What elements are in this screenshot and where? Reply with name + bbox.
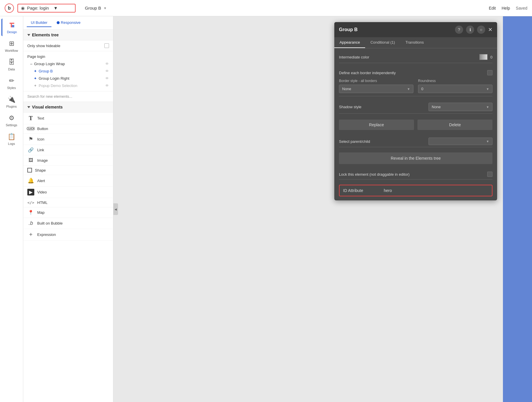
props-header: Group B ? ℹ ○ ✕	[334, 22, 497, 37]
color-swatch[interactable]	[479, 54, 488, 60]
replace-button[interactable]: Replace	[339, 120, 414, 130]
eye-icon-login-right: 👁	[105, 76, 109, 81]
element-item-image[interactable]: 🖼 Image	[23, 155, 113, 166]
elements-list: T Text CLICK Button ⚑ Icon 🔗 Link 🖼 Imag…	[23, 113, 113, 402]
element-item-icon-label: Icon	[37, 137, 44, 141]
left-panel: UI Builder Responsive Elements tree Only…	[23, 16, 113, 402]
shadow-style-select[interactable]: None ▼	[429, 103, 492, 111]
settings-icon: ⚙	[7, 114, 16, 122]
tree-item-popup-demo[interactable]: ✦ Popup Demo Selection 👁	[23, 82, 113, 89]
info-icon[interactable]: ℹ	[466, 26, 474, 34]
tab-conditional[interactable]: Conditional (1)	[365, 37, 400, 48]
expression-element-icon: +	[27, 231, 34, 238]
element-item-video[interactable]: ▶ Video	[23, 186, 113, 198]
intermediate-color-label: Intermediate color	[339, 55, 476, 59]
sidebar-item-design-label: Design	[7, 30, 17, 34]
page-selector[interactable]: ◉ Page: login ▼	[17, 4, 76, 13]
parent-child-label: Select parent/child	[339, 139, 429, 144]
sidebar-toggle[interactable]	[113, 203, 118, 215]
roundness-select[interactable]: 0 ▼	[418, 85, 492, 93]
sidebar-item-workflow-label: Workflow	[5, 49, 18, 52]
eye-icon-login-wrap: 👁	[105, 62, 109, 66]
element-item-button[interactable]: CLICK Button	[23, 124, 113, 134]
tab-conditional-label: Conditional (1)	[370, 40, 395, 45]
element-item-map[interactable]: 📍 Map	[23, 207, 113, 218]
border-section: Define each border independently Border …	[339, 67, 492, 96]
tab-responsive-label: Responsive	[61, 20, 81, 25]
tree-item-popup-label: Popup Demo Selection	[39, 83, 77, 88]
id-attribute-label: ID Attribute	[343, 188, 378, 193]
button-element-icon: CLICK	[27, 127, 34, 131]
tab-responsive[interactable]: Responsive	[53, 19, 85, 27]
element-item-built-on-bubble[interactable]: .b Built on Bubble	[23, 218, 113, 229]
tree-item-group-b[interactable]: ✦ Group B 👁	[23, 67, 113, 75]
tree-item-group-login-wrap[interactable]: – Group Login Wrap 👁	[23, 60, 113, 67]
element-item-icon[interactable]: ⚑ Icon	[23, 134, 113, 145]
tree-item-page-login[interactable]: Page login	[23, 53, 113, 60]
sidebar-item-data[interactable]: 🗄 Data	[1, 56, 22, 73]
lock-row: Lock this element (not draggable in edit…	[339, 169, 492, 179]
group-b-label: Group B	[85, 6, 101, 10]
tab-appearance[interactable]: Appearance	[334, 37, 365, 48]
border-sub-row: Border style - all borders None ▼ Roundn…	[339, 79, 492, 93]
element-item-link[interactable]: 🔗 Link	[23, 145, 113, 155]
edit-button[interactable]: Edit	[489, 6, 496, 10]
content-area: Group B ? ℹ ○ ✕ Appearance Conditional (…	[113, 16, 532, 402]
parent-child-select[interactable]: ▼	[429, 138, 492, 145]
image-element-icon: 🖼	[27, 158, 34, 163]
close-icon[interactable]: ✕	[488, 26, 492, 33]
element-item-html[interactable]: </> HTML	[23, 198, 113, 207]
element-item-html-label: HTML	[37, 200, 47, 205]
visual-elements-header[interactable]: Visual elements	[23, 102, 113, 113]
delete-button[interactable]: Delete	[417, 120, 492, 130]
element-item-shape[interactable]: Shape	[23, 166, 113, 175]
html-element-icon: </>	[27, 200, 34, 205]
element-item-alert[interactable]: 🔔 Alert	[23, 175, 113, 186]
text-element-icon: T	[27, 115, 34, 122]
sidebar-item-design[interactable]: Design	[1, 19, 22, 36]
tab-transitions[interactable]: Transitions	[400, 37, 429, 48]
parent-child-chevron: ▼	[486, 140, 489, 143]
map-element-icon: 📍	[27, 210, 34, 215]
id-attribute-value[interactable]: hero	[384, 188, 392, 193]
tree-item-group-login-right[interactable]: ✦ Group Login Right 👁	[23, 75, 113, 82]
define-border-row: Define each border independently	[339, 70, 492, 75]
define-border-label: Define each border independently	[339, 71, 487, 75]
help-button[interactable]: Help	[502, 6, 510, 10]
comment-icon[interactable]: ○	[477, 26, 485, 34]
element-item-map-label: Map	[37, 210, 44, 215]
tab-transitions-label: Transitions	[406, 40, 424, 45]
sidebar-item-logs-label: Logs	[8, 142, 15, 145]
intermediate-color-value: 0	[490, 55, 492, 59]
sidebar-item-workflow[interactable]: ⊞ Workflow	[1, 37, 22, 55]
sidebar-item-settings[interactable]: ⚙ Settings	[1, 112, 22, 129]
icon-element-icon: ⚑	[27, 136, 34, 142]
element-item-text-label: Text	[37, 116, 44, 120]
tab-ui-builder[interactable]: UI Builder	[27, 19, 51, 27]
lock-checkbox[interactable]	[487, 172, 492, 177]
element-item-alert-label: Alert	[37, 179, 45, 183]
sidebar-item-logs[interactable]: 📋 Logs	[1, 130, 22, 148]
border-style-select[interactable]: None ▼	[339, 85, 413, 93]
sidebar-item-styles[interactable]: ✏ Styles	[1, 74, 22, 92]
tab-appearance-label: Appearance	[340, 40, 360, 45]
define-border-checkbox[interactable]	[487, 70, 492, 75]
element-item-expression[interactable]: + Expression	[23, 229, 113, 241]
help-icon[interactable]: ?	[455, 26, 463, 34]
eye-icon-group-b: 👁	[105, 69, 109, 73]
sidebar-item-plugins-label: Plugins	[6, 105, 17, 108]
elements-tree-header[interactable]: Elements tree	[23, 30, 113, 40]
tree-item-group-login-right-plus: ✦	[34, 76, 37, 81]
sidebar-icons: Design ⊞ Workflow 🗄 Data ✏ Styles 🔌 Plug…	[0, 16, 23, 402]
reveal-button[interactable]: Reveal in the Elements tree	[339, 152, 492, 164]
visual-elements-collapse-icon	[27, 106, 30, 108]
tree-item-group-login-wrap-label: Group Login Wrap	[34, 62, 65, 66]
group-b-selector[interactable]: Group B ▼	[85, 6, 107, 10]
tree-item-group-login-right-label: Group Login Right	[39, 76, 69, 81]
tree-item-group-login-wrap-dash: –	[30, 62, 32, 66]
sidebar-item-plugins[interactable]: 🔌 Plugins	[1, 93, 22, 111]
search-elements[interactable]: Search for new elements...	[23, 91, 113, 102]
only-show-hideable-checkbox[interactable]	[104, 43, 109, 48]
only-show-hideable-label: Only show hideable	[27, 44, 60, 48]
element-item-text[interactable]: T Text	[23, 113, 113, 124]
